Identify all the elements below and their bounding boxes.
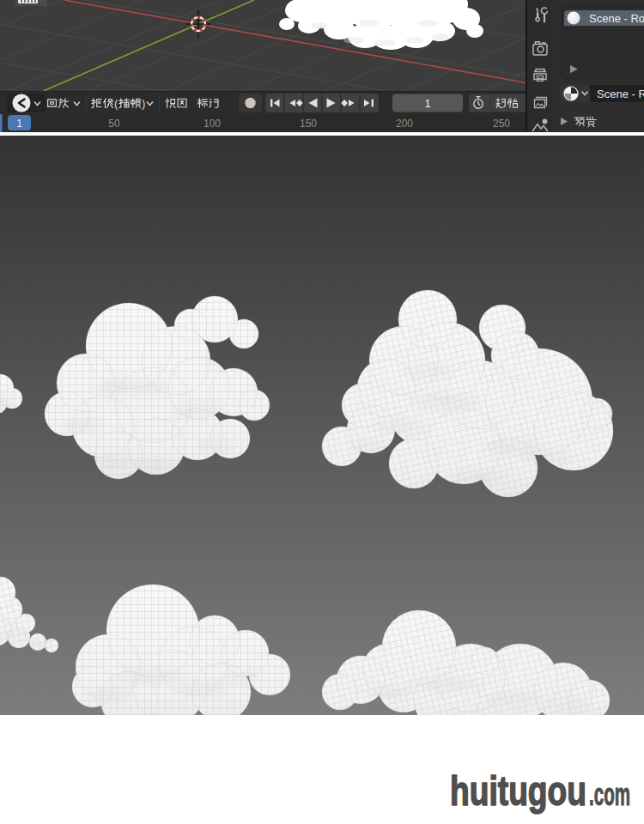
svg-text:.com: .com [589, 777, 630, 812]
svg-text:100: 100 [204, 118, 221, 130]
svg-text:huitugou: huitugou [450, 768, 586, 814]
svg-text:): ) [142, 97, 145, 110]
svg-text:50: 50 [108, 118, 120, 130]
svg-text:(: ( [114, 97, 118, 110]
svg-text:250: 250 [493, 118, 510, 130]
svg-text:Scene - Roo: Scene - Roo [589, 12, 644, 25]
svg-text:Scene - Rc: Scene - Rc [597, 88, 644, 100]
svg-text:150: 150 [300, 118, 317, 130]
svg-text:1: 1 [424, 97, 430, 110]
svg-text:1: 1 [16, 118, 22, 130]
svg-text:200: 200 [396, 118, 413, 130]
